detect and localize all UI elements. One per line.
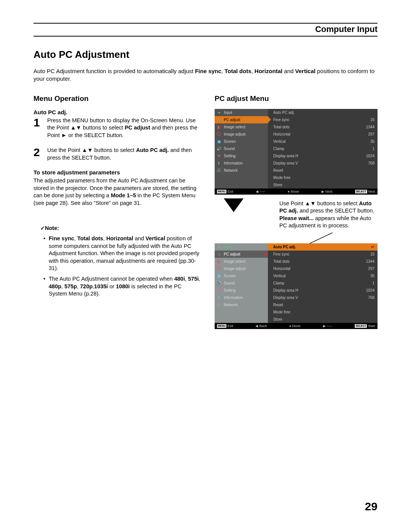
osd-sidebar: ➜Input ▭PC adjust◀ ◧Image select Image a… (215, 243, 268, 323)
adj-total-dots[interactable]: Total dots1344 (273, 258, 374, 265)
adj-display-h[interactable]: Display area H1024 (273, 287, 374, 294)
adj-fine-sync[interactable]: Fine sync15 (273, 251, 374, 258)
osd-nav-bar: MENUExit ◀Back ♦Move ▶----- SELECTStart (215, 323, 378, 329)
adj-horizontal[interactable]: Horizontal297 (273, 265, 374, 272)
note-item: • The Auto PC Adjustment cannot be opera… (40, 275, 201, 298)
adj-display-h[interactable]: Display area H1024 (273, 152, 374, 160)
adj-vertical[interactable]: Vertical35 (273, 272, 374, 280)
osd-menu-2: ➜Input ▭PC adjust◀ ◧Image select Image a… (215, 243, 378, 329)
pc-adjust-icon: ▭ (216, 117, 221, 122)
step-number: 1 (33, 117, 43, 139)
osd-item-pc-adjust[interactable]: ▭PC adjust (215, 116, 268, 123)
osd-item-sound[interactable]: 🔊Sound (215, 280, 268, 287)
image-adjust-icon (216, 131, 221, 137)
osd-item-pc-adjust[interactable]: ▭PC adjust◀ (215, 251, 268, 258)
input-icon: ➜ (216, 110, 221, 115)
network-icon: 品 (216, 302, 221, 307)
image-adjust-icon (216, 266, 221, 271)
adj-horizontal[interactable]: Horizontal297 (273, 131, 374, 138)
breadcrumb: Computer Input (33, 23, 378, 37)
enter-icon: ↵ (371, 244, 374, 249)
adj-vertical[interactable]: Vertical35 (273, 138, 374, 145)
adj-reset[interactable]: Reset (273, 301, 374, 308)
step-body: Press the MENU button to display the On-… (47, 117, 201, 139)
chevron-left-icon: ◀ (263, 251, 266, 257)
auto-pc-adj-label: Auto PC adj. (33, 109, 201, 115)
menu-keycap-icon: MENU (217, 324, 226, 328)
left-arrow-icon: ◀ (255, 324, 258, 328)
osd-item-screen[interactable]: ▣Screen (215, 272, 268, 280)
osd-item-image-adjust[interactable]: Image adjust (215, 131, 268, 138)
sound-icon: 🔊 (216, 146, 221, 151)
network-icon: 品 (216, 168, 221, 173)
step-body: Use the Point ▲▼ buttons to select Auto … (47, 147, 201, 161)
adj-auto-pc[interactable]: Auto PC adj.↵ (268, 243, 378, 251)
note-block: ✓Note: • Fine sync, Total dots, Horizont… (33, 225, 201, 298)
select-keycap-icon: SELECT (355, 190, 367, 193)
left-arrow-icon: ◀ (256, 190, 258, 193)
callout-line-icon (310, 233, 363, 244)
right-arrow-icon: ▶ (323, 324, 326, 328)
check-icon: ✓ (40, 225, 45, 231)
pc-adjust-menu-heading: PC adjust Menu (215, 94, 378, 103)
sound-icon: 🔊 (216, 280, 221, 286)
image-select-icon: ◧ (216, 259, 221, 264)
osd-detail: Auto PC adj.↵ Fine sync15 Total dots1344… (268, 243, 378, 323)
setting-icon: ⚒ (216, 153, 221, 158)
image-select-icon: ◧ (216, 124, 221, 129)
screen-icon: ▣ (216, 139, 221, 144)
page-title: Auto PC Adjustment (33, 49, 378, 61)
osd-item-image-select[interactable]: ◧Image select (215, 123, 268, 131)
adj-store[interactable]: Store (273, 181, 374, 189)
osd-item-network[interactable]: 品Network (215, 301, 268, 308)
step-number: 2 (33, 147, 43, 161)
osd-item-information[interactable]: ℹInformation (215, 294, 268, 301)
down-arrow-icon (224, 198, 244, 212)
osd-item-network[interactable]: 品Network (215, 167, 268, 174)
osd-item-sound[interactable]: 🔊Sound (215, 145, 268, 152)
osd-item-image-select[interactable]: ◧Image select (215, 258, 268, 265)
osd-item-screen[interactable]: ▣Screen (215, 138, 268, 145)
updown-arrow-icon: ♦ (288, 190, 290, 193)
input-icon: ➜ (216, 244, 221, 249)
osd-sidebar: ➜Input ▭PC adjust ◧Image select Image ad… (215, 109, 268, 189)
select-keycap-icon: SELECT (355, 324, 367, 328)
adj-mode-free[interactable]: Mode free (273, 308, 374, 316)
osd-item-image-adjust[interactable]: Image adjust (215, 265, 268, 272)
note-item: • Fine sync, Total dots, Horizontal and … (40, 235, 201, 272)
adj-total-dots[interactable]: Total dots1344 (273, 123, 374, 131)
adj-fine-sync[interactable]: Fine sync15 (273, 116, 374, 123)
osd-item-information[interactable]: ℹInformation (215, 160, 268, 167)
osd-menu-1: ➜Input ▭PC adjust ◧Image select Image ad… (215, 109, 378, 195)
svg-line-0 (310, 233, 333, 243)
osd-caption: Use Point ▲▼ buttons to select Auto PC a… (279, 200, 378, 230)
adj-clamp[interactable]: Clamp1 (273, 280, 374, 287)
page-number: 29 (365, 500, 378, 513)
osd-item-input[interactable]: ➜Input (215, 243, 268, 251)
osd-item-input[interactable]: ➜Input (215, 109, 268, 116)
menu-keycap-icon: MENU (217, 190, 226, 193)
menu-operation-heading: Menu Operation (33, 94, 201, 103)
adj-display-v[interactable]: Display area V768 (273, 160, 374, 167)
osd-nav-bar: MENUExit ◀----- ♦Move ▶Next SELECTNext (215, 189, 378, 195)
adj-clamp[interactable]: Clamp1 (273, 145, 374, 152)
osd-detail: Auto PC adj. Fine sync15 Total dots1344 … (268, 109, 378, 189)
screen-icon: ▣ (216, 273, 221, 278)
pointer-line (215, 235, 378, 243)
osd-item-setting[interactable]: ⚒Setting (215, 152, 268, 160)
pc-adjust-icon: ▭ (216, 251, 221, 257)
step-1: 1 Press the MENU button to display the O… (33, 117, 201, 139)
adj-display-v[interactable]: Display area V768 (273, 294, 374, 301)
intro-paragraph: Auto PC Adjustment function is provided … (33, 67, 378, 83)
setting-icon: ⚒ (216, 288, 221, 293)
updown-arrow-icon: ♦ (289, 324, 291, 328)
note-title: Note: (45, 225, 59, 231)
adj-auto-pc[interactable]: Auto PC adj. (273, 109, 374, 116)
step-2: 2 Use the Point ▲▼ buttons to select Aut… (33, 147, 201, 161)
adj-mode-free[interactable]: Mode free (273, 174, 374, 181)
adj-reset[interactable]: Reset (273, 167, 374, 174)
adj-store[interactable]: Store (273, 316, 374, 323)
store-params-body: The adjusted parameters from the Auto PC… (33, 177, 201, 207)
osd-item-setting[interactable]: ⚒Setting (215, 287, 268, 294)
info-icon: ℹ (216, 160, 221, 166)
